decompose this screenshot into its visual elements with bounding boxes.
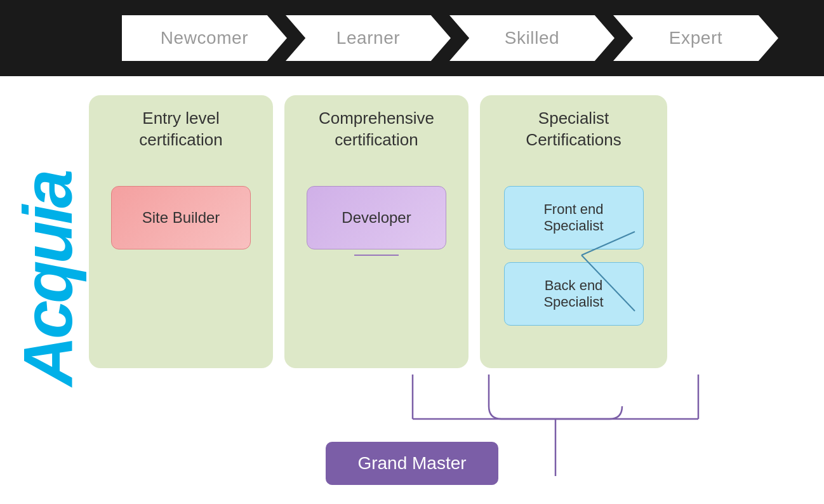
arrow-newcomer: Newcomer <box>122 15 287 61</box>
arrow-skilled-label: Skilled <box>505 28 559 48</box>
arrow-skilled: Skilled <box>449 15 615 61</box>
logo-area: Acquia <box>6 89 89 406</box>
acquia-logo: Acquia <box>13 173 83 387</box>
arrow-newcomer-label: Newcomer <box>161 28 248 48</box>
entry-panel: Entry levelcertification Site Builder <box>89 95 273 368</box>
entry-panel-title: Entry levelcertification <box>139 108 223 151</box>
comprehensive-panel-title: Comprehensivecertification <box>319 108 434 151</box>
arrow-expert: Expert <box>613 15 778 61</box>
developer-box: Developer <box>307 186 446 249</box>
main-content: Acquia Entry levelcertification Site Bui… <box>0 76 824 504</box>
back-end-specialist-box: Back endSpecialist <box>504 262 644 326</box>
specialist-panel: SpecialistCertifications Front endSpecia… <box>480 95 667 368</box>
arrow-expert-label: Expert <box>669 28 722 48</box>
arrow-learner: Learner <box>286 15 451 61</box>
comprehensive-panel: Comprehensivecertification Developer <box>284 95 468 368</box>
specialist-panel-title: SpecialistCertifications <box>526 108 621 151</box>
site-builder-box: Site Builder <box>111 186 251 249</box>
arrows-container: Newcomer Learner Skilled Expert <box>122 10 778 67</box>
grand-master-box: Grand Master <box>326 442 498 485</box>
specialist-boxes: Front endSpecialist Back endSpecialist <box>491 186 656 326</box>
front-end-specialist-box: Front endSpecialist <box>504 186 644 249</box>
top-banner: Newcomer Learner Skilled Expert <box>0 0 824 76</box>
arrow-learner-label: Learner <box>336 28 400 48</box>
cert-columns: Entry levelcertification Site Builder Co… <box>89 89 814 368</box>
